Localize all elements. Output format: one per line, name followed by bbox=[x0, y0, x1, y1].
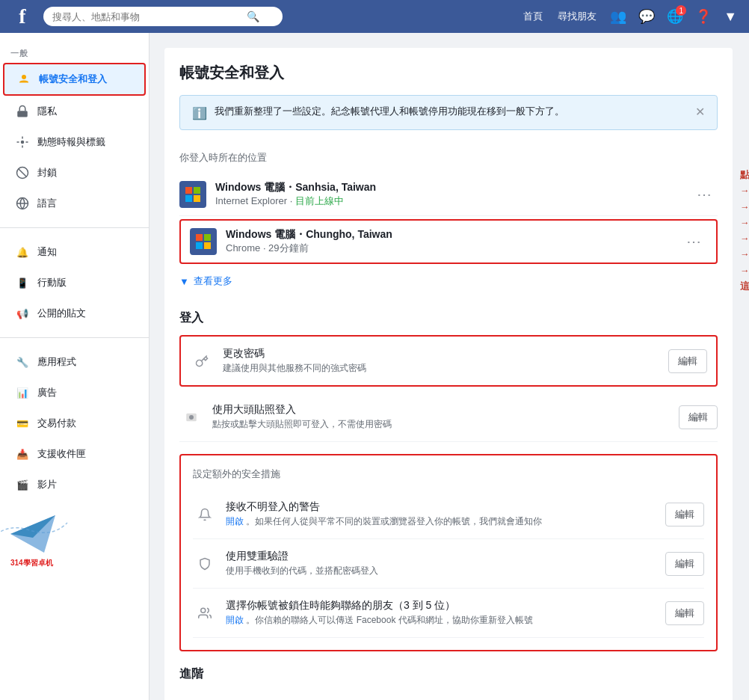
search-input[interactable] bbox=[52, 11, 247, 22]
main-content: 帳號安全和登入 ℹ️ 我們重新整理了一些設定。紀念帳號代理人和帳號停用功能現在移… bbox=[150, 33, 749, 700]
photo-login-row: 使用大頭貼照登入 點按或點擊大頭貼照即可登入，不需使用密碼 編輯 bbox=[179, 393, 718, 442]
sidebar-item-apps-label: 應用程式 bbox=[37, 355, 76, 369]
nav-globe-icon[interactable]: 🌐 1 bbox=[662, 5, 688, 28]
nav-links: 首頁 尋找朋友 👥 💬 🌐 1 ❓ ▼ bbox=[517, 5, 742, 28]
annotation-line-7: →選擇你帳號被鎖住時能聯絡或的朋友(3位) bbox=[740, 263, 749, 279]
info-banner-text: 我們重新整理了一些設定。紀念帳號代理人和帳號停用功能現在移到一般下方了。 bbox=[215, 105, 688, 118]
trusted-contacts-status[interactable]: 開啟 bbox=[226, 615, 244, 625]
sidebar-item-mobile[interactable]: 📱 行動版 bbox=[3, 268, 146, 298]
info-banner-close[interactable]: ✕ bbox=[695, 105, 705, 119]
unknown-login-desc: 開啟 。如果任何人從與平常不同的裝置或瀏覽器登入你的帳號，我們就會通知你 bbox=[226, 515, 665, 528]
photo-login-desc: 點按或點擊大頭貼照即可登入，不需使用密碼 bbox=[212, 418, 679, 431]
sidebar-item-privacy[interactable]: 隱私 bbox=[3, 96, 146, 126]
sidebar-item-timeline-label: 動態時報與標籤 bbox=[37, 135, 105, 149]
sidebar-item-public-posts-label: 公開的貼文 bbox=[37, 307, 86, 320]
content-card: 帳號安全和登入 ℹ️ 我們重新整理了一些設定。紀念帳號代理人和帳號停用功能現在移… bbox=[164, 48, 733, 700]
sidebar-item-notifications[interactable]: 🔔 通知 bbox=[3, 237, 146, 267]
sidebar-item-apps[interactable]: 🔧 應用程式 bbox=[3, 347, 146, 377]
nav-people-icon[interactable]: 👥 bbox=[605, 5, 631, 28]
sidebar-item-language[interactable]: 語言 bbox=[3, 188, 146, 218]
location-2-more[interactable]: ⋯ bbox=[680, 230, 707, 254]
language-icon bbox=[13, 194, 31, 212]
svg-point-10 bbox=[201, 608, 206, 612]
location-1-info: Windows 電腦・Sanhsia, Taiwan Internet Expl… bbox=[215, 181, 691, 208]
unknown-login-status[interactable]: 開啟 bbox=[226, 516, 244, 526]
sidebar-item-videos-label: 影片 bbox=[37, 478, 57, 491]
nav-messenger-icon[interactable]: 💬 bbox=[634, 5, 659, 28]
advanced-section: 進階 加密的通知電子郵件 為 Facebook 的通知電子郵件加上額外的安全措施… bbox=[179, 666, 718, 700]
photo-login-edit-btn[interactable]: 編輯 bbox=[679, 405, 718, 429]
unknown-login-content: 接收不明登入的警告 開啟 。如果任何人從與平常不同的裝置或瀏覽器登入你的帳號，我… bbox=[226, 500, 665, 528]
location-1-more[interactable]: ⋯ bbox=[691, 182, 718, 206]
sidebar-section-general: 一般 bbox=[0, 42, 149, 62]
sidebar-item-language-label: 語言 bbox=[37, 197, 57, 210]
sidebar-item-public-posts[interactable]: 📢 公開的貼文 bbox=[3, 298, 146, 328]
encrypted-email-row: 加密的通知電子郵件 為 Facebook 的通知電子郵件加上額外的安全措施（只有… bbox=[179, 691, 718, 700]
trusted-contacts-content: 選擇你帳號被鎖住時能夠聯絡的朋友（3 到 5 位） 開啟 。你信賴的聯絡人可以傳… bbox=[226, 599, 665, 627]
privacy-icon bbox=[13, 102, 31, 120]
svg-point-9 bbox=[189, 415, 194, 420]
change-password-edit-btn[interactable]: 編輯 bbox=[668, 349, 707, 373]
svg-line-4 bbox=[19, 169, 27, 177]
annotation-line-3: →若有奇怪登入點→點選 不是你 登出 bbox=[740, 200, 749, 215]
location-1-status: 目前上線中 bbox=[295, 195, 344, 206]
apps-icon: 🔧 bbox=[13, 353, 31, 371]
location-1-name: Windows 電腦・Sanhsia, Taiwan bbox=[215, 181, 691, 194]
location-2-name: Windows 電腦・Chungho, Taiwan bbox=[226, 228, 680, 242]
sidebar-item-ads[interactable]: 📊 廣告 bbox=[3, 378, 146, 408]
photo-login-title: 使用大頭貼照登入 bbox=[212, 403, 679, 417]
two-factor-desc: 使用手機收到的代碼，並搭配密碼登入 bbox=[226, 565, 665, 577]
sidebar-item-payments[interactable]: 💳 交易付款 bbox=[3, 408, 146, 438]
advanced-section-header: 進階 bbox=[179, 666, 718, 682]
sidebar-item-timeline[interactable]: 動態時報與標籤 bbox=[3, 127, 146, 157]
unknown-login-title: 接收不明登入的警告 bbox=[226, 500, 665, 514]
trail-svg bbox=[0, 515, 75, 545]
page-title: 帳號安全和登入 bbox=[179, 63, 718, 83]
paper-plane-area: 314學習卓机 bbox=[0, 500, 149, 583]
location-2-info: Windows 電腦・Chungho, Taiwan Chrome · 29分鐘… bbox=[226, 228, 680, 255]
sidebar-item-account-security[interactable]: 帳號安全和登入 bbox=[3, 63, 146, 96]
sidebar-item-ads-label: 廣告 bbox=[37, 386, 57, 399]
nav-find-friends[interactable]: 尋找朋友 bbox=[552, 7, 602, 26]
nav-question-icon[interactable]: ❓ bbox=[691, 5, 716, 28]
change-password-content: 更改密碼 建議使用與其他服務不同的強式密碼 bbox=[223, 347, 668, 375]
mobile-icon: 📱 bbox=[13, 274, 31, 292]
two-factor-edit-btn[interactable]: 編輯 bbox=[665, 552, 704, 576]
login-section: 登入 更改密碼 建議使用與其他服務不同的強式密碼 編輯 bbox=[179, 310, 718, 442]
change-password-desc: 建議使用與其他服務不同的強式密碼 bbox=[223, 362, 668, 375]
location-1-icon bbox=[179, 181, 206, 208]
notification-badge: 1 bbox=[676, 5, 686, 16]
annotation-line-8: 這步驟才能搶回自己的臉書帳號 bbox=[740, 279, 749, 295]
search-bar[interactable]: 🔍 bbox=[43, 7, 283, 26]
two-factor-content: 使用雙重驗證 使用手機收到的代碼，並搭配密碼登入 bbox=[226, 550, 665, 577]
login-section-header: 登入 bbox=[179, 310, 718, 326]
extra-security-title: 設定額外的安全措施 bbox=[193, 467, 704, 481]
support-inbox-icon: 📥 bbox=[13, 445, 31, 463]
sidebar-item-blocking[interactable]: 封鎖 bbox=[3, 158, 146, 188]
unknown-login-edit-btn[interactable]: 編輯 bbox=[665, 503, 704, 526]
svg-point-2 bbox=[21, 141, 25, 144]
trusted-contacts-edit-btn[interactable]: 編輯 bbox=[665, 601, 704, 625]
see-more-locations[interactable]: ▼ 查看更多 bbox=[179, 267, 718, 295]
sidebar-item-support-inbox[interactable]: 📥 支援收件匣 bbox=[3, 439, 146, 469]
blocking-icon bbox=[13, 164, 31, 182]
sidebar-item-account-security-label: 帳號安全和登入 bbox=[39, 73, 107, 86]
shield-icon bbox=[193, 552, 217, 576]
sidebar-item-mobile-label: 行動版 bbox=[37, 276, 67, 289]
location-section-title: 你登入時所在的位置 bbox=[179, 145, 718, 165]
sidebar-item-videos[interactable]: 🎬 影片 bbox=[3, 470, 146, 500]
info-icon: ℹ️ bbox=[192, 106, 207, 120]
annotation-line-2: →帳號安全和登入 bbox=[740, 183, 749, 199]
annotation-box: 點選臉書右上角 小小倒三角→設定 →帳號安全和登入 →若有奇怪登入點→點選 不是… bbox=[740, 168, 749, 295]
sidebar-item-blocking-label: 封鎖 bbox=[37, 166, 57, 179]
info-banner: ℹ️ 我們重新整理了一些設定。紀念帳號代理人和帳號停用功能現在移到一般下方了。 … bbox=[179, 95, 718, 130]
nav-home[interactable]: 首頁 bbox=[517, 7, 549, 26]
sidebar-item-payments-label: 交易付款 bbox=[37, 417, 76, 430]
nav-arrow-icon[interactable]: ▼ bbox=[719, 6, 742, 28]
two-factor-row: 使用雙重驗證 使用手機收到的代碼，並搭配密碼登入 編輯 bbox=[193, 539, 704, 589]
paper-plane-label: 314學習卓机 bbox=[10, 558, 138, 568]
change-password-row: 更改密碼 建議使用與其他服務不同的強式密碼 編輯 bbox=[179, 335, 718, 387]
windows-icon-2 bbox=[196, 234, 211, 249]
sidebar-divider-2 bbox=[0, 337, 149, 338]
two-factor-title: 使用雙重驗證 bbox=[226, 550, 665, 563]
